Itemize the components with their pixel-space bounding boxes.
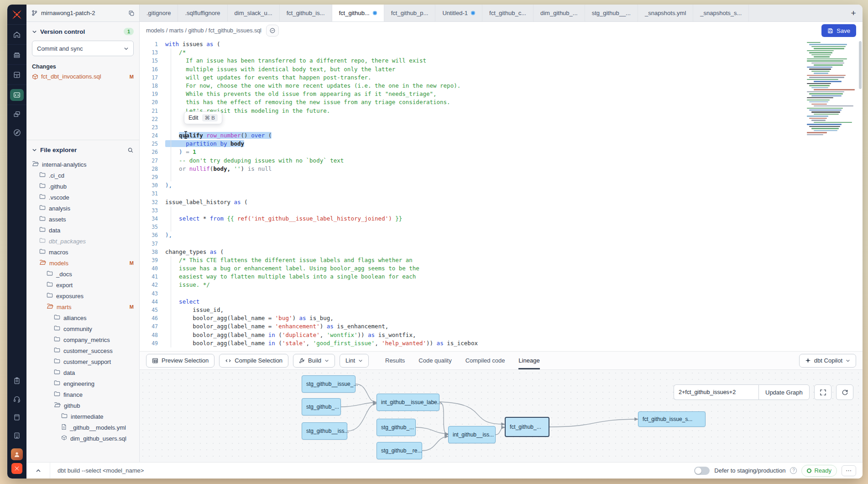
jobs-stack-icon[interactable] bbox=[7, 45, 26, 65]
file-tree-item[interactable]: martsM bbox=[26, 301, 139, 312]
file-tree-label: analysis bbox=[49, 205, 70, 212]
editor-tab[interactable]: fct_github_p... bbox=[384, 5, 436, 21]
ide-editor-icon[interactable] bbox=[7, 85, 26, 105]
editor-tab[interactable]: _snapshots.yml bbox=[638, 5, 693, 21]
file-tree-item[interactable]: export bbox=[26, 279, 139, 290]
code-minimap[interactable] bbox=[807, 42, 856, 140]
file-tree-item[interactable]: _github__models.yml bbox=[26, 422, 139, 433]
file-tree-label: export bbox=[56, 282, 73, 289]
more-options-button[interactable]: ⋯ bbox=[842, 465, 856, 476]
file-tree-item[interactable]: .github bbox=[26, 181, 139, 192]
command-input[interactable]: dbt build --select <model_name> bbox=[58, 467, 144, 474]
editor-tab[interactable]: dim_github_... bbox=[533, 5, 585, 21]
defer-toggle[interactable] bbox=[694, 467, 710, 475]
editor-tab[interactable]: stg_github__... bbox=[585, 5, 638, 21]
code-line-content: ), bbox=[165, 181, 172, 189]
orchestration-icon[interactable] bbox=[7, 105, 26, 123]
lint-button[interactable]: Lint bbox=[340, 354, 369, 368]
file-tree-item[interactable]: dim_github_users.sql bbox=[26, 433, 139, 444]
lineage-node[interactable]: int_github__iss... bbox=[448, 426, 496, 443]
tab-compiled-code[interactable]: Compiled code bbox=[465, 352, 505, 369]
file-tree-item[interactable]: github bbox=[26, 400, 139, 411]
editor-tab[interactable]: _snapshots_s... bbox=[693, 5, 749, 21]
file-tree-item[interactable]: .vscode bbox=[26, 192, 139, 203]
tasks-clipboard-icon[interactable] bbox=[7, 372, 26, 390]
lineage-node[interactable]: stg_github__issue_... bbox=[302, 375, 356, 393]
expand-command-bar-button[interactable] bbox=[26, 463, 50, 479]
file-tree-item[interactable]: intermediate bbox=[26, 411, 139, 422]
file-tree-item[interactable]: engineering bbox=[26, 378, 139, 389]
editor-tab[interactable]: fct_github... bbox=[332, 5, 384, 21]
line-number: 24 bbox=[140, 132, 165, 140]
lineage-node[interactable]: fct_github_issue_s... bbox=[638, 411, 706, 427]
changed-file-row[interactable]: fct_dbt_invocations.sql M bbox=[26, 72, 139, 81]
file-tree-item[interactable]: assets bbox=[26, 214, 139, 225]
file-tree-item[interactable]: finance bbox=[26, 389, 139, 400]
search-icon[interactable] bbox=[127, 147, 134, 153]
code-editor[interactable]: 1with issues as (13 /*15 If an issue has… bbox=[140, 39, 863, 351]
dbt-flame-icon[interactable] bbox=[11, 463, 22, 474]
file-tree-item[interactable]: data bbox=[26, 225, 139, 236]
editor-tab[interactable]: fct_github_c... bbox=[482, 5, 533, 21]
file-tree-item[interactable]: company_metrics bbox=[26, 334, 139, 345]
editor-scrollbar[interactable] bbox=[859, 41, 862, 89]
explore-compass-icon[interactable] bbox=[7, 123, 26, 142]
dashboard-grid-icon[interactable] bbox=[7, 65, 26, 85]
docs-notebook-icon[interactable] bbox=[7, 408, 26, 426]
preview-selection-button[interactable]: Preview Selection bbox=[146, 354, 214, 368]
copilot-chip-button[interactable] bbox=[266, 25, 279, 37]
new-tab-button[interactable]: + bbox=[844, 5, 863, 21]
file-tree-item[interactable]: internal-analytics bbox=[26, 159, 139, 170]
file-tree-item[interactable]: analysis bbox=[26, 203, 139, 214]
file-tree-item[interactable]: customer_success bbox=[26, 345, 139, 356]
lineage-node[interactable]: stg_github__iss... bbox=[302, 422, 347, 440]
refresh-graph-button[interactable] bbox=[836, 384, 853, 400]
version-control-header[interactable]: Version control 1 bbox=[26, 22, 139, 39]
copy-icon[interactable] bbox=[128, 10, 135, 16]
code-line: 25 partition by body bbox=[140, 140, 863, 148]
file-tree-item[interactable]: community bbox=[26, 323, 139, 334]
status-ready-badge[interactable]: Ready bbox=[801, 465, 837, 477]
editor-area: models / marts / github / fct_github_iss… bbox=[140, 22, 863, 462]
home-icon[interactable] bbox=[7, 25, 26, 45]
compile-selection-button[interactable]: Compile Selection bbox=[219, 354, 288, 368]
file-tree-item[interactable]: alliances bbox=[26, 312, 139, 323]
lineage-selector-input[interactable] bbox=[674, 384, 758, 400]
editor-tab[interactable]: Untitled-1 bbox=[435, 5, 482, 21]
code-line-content: boolor_agg(label_name = 'enhancement') a… bbox=[165, 322, 388, 331]
update-graph-button[interactable]: Update Graph bbox=[758, 384, 810, 400]
file-explorer-header[interactable]: File explorer bbox=[26, 140, 139, 157]
dbt-copilot-button[interactable]: dbt Copilot bbox=[799, 354, 856, 368]
file-tree: internal-analytics.ci_cd.github.vscodean… bbox=[26, 157, 139, 462]
editor-tab[interactable]: .gitignore bbox=[140, 5, 178, 21]
file-tree-item[interactable]: macros bbox=[26, 247, 139, 258]
user-avatar[interactable] bbox=[11, 448, 23, 460]
editor-tab[interactable]: fct_github_is... bbox=[280, 5, 332, 21]
help-icon[interactable]: ? bbox=[790, 467, 797, 474]
file-tree-item[interactable]: .ci_cd bbox=[26, 170, 139, 181]
lineage-node[interactable]: int_github__issue_labe... bbox=[376, 394, 439, 411]
tab-results[interactable]: Results bbox=[385, 352, 405, 369]
branch-selector[interactable]: mirnawong1-patch-2 bbox=[26, 5, 140, 21]
lineage-node[interactable]: fct_github_... bbox=[505, 417, 549, 437]
save-button[interactable]: Save bbox=[821, 24, 856, 37]
file-tree-item[interactable]: modelsM bbox=[26, 258, 139, 268]
file-tree-item[interactable]: exposures bbox=[26, 290, 139, 301]
lineage-node[interactable]: stg_github__re... bbox=[376, 442, 422, 459]
tab-lineage[interactable]: Lineage bbox=[518, 352, 539, 369]
fullscreen-button[interactable] bbox=[814, 384, 831, 400]
file-tree-item[interactable]: dbt_packages bbox=[26, 236, 139, 247]
support-headset-icon[interactable] bbox=[7, 390, 26, 408]
commit-and-sync-button[interactable]: Commit and sync bbox=[32, 41, 134, 56]
file-tree-label: customer_support bbox=[63, 358, 111, 365]
editor-tab[interactable]: dim_slack_u... bbox=[228, 5, 280, 21]
lineage-node[interactable]: stg_github_... bbox=[376, 419, 416, 436]
tab-code-quality[interactable]: Code quality bbox=[418, 352, 451, 369]
lineage-node[interactable]: stg_github_... bbox=[302, 398, 341, 416]
build-button[interactable]: Build bbox=[293, 354, 335, 368]
editor-tab[interactable]: .sqlfluffignore bbox=[178, 5, 227, 21]
file-tree-item[interactable]: data bbox=[26, 367, 139, 378]
organization-icon[interactable] bbox=[7, 426, 26, 445]
file-tree-item[interactable]: _docs bbox=[26, 268, 139, 279]
file-tree-item[interactable]: customer_support bbox=[26, 356, 139, 367]
